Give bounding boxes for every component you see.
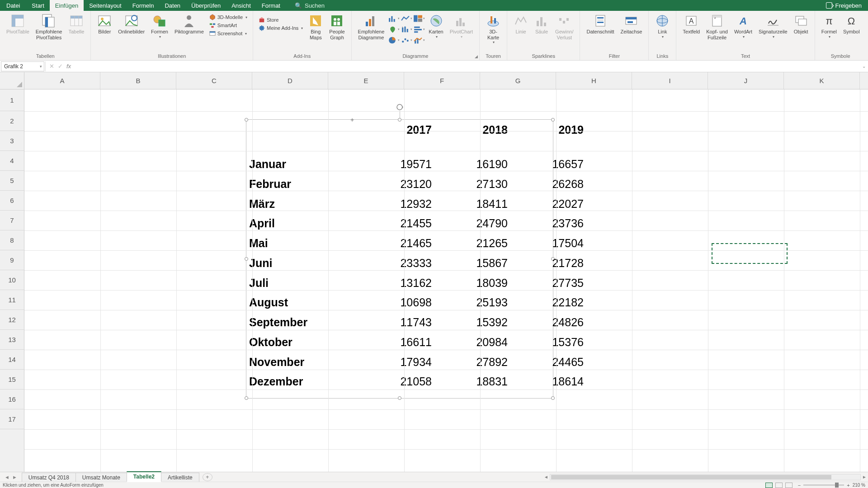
wordart-button[interactable]: AWordArt bbox=[731, 13, 755, 40]
chart-scatter-button[interactable] bbox=[401, 35, 412, 45]
resize-handle-nw[interactable] bbox=[245, 118, 248, 122]
recommended-pivottables-button[interactable]: Empfohlene PivotTables bbox=[33, 13, 65, 41]
chart-column-button[interactable] bbox=[388, 14, 400, 23]
row-header-11[interactable]: 11 bbox=[0, 290, 24, 310]
diagramme-dialog-launcher[interactable]: ◢ bbox=[475, 54, 478, 59]
empfohlene-diagramme-button[interactable]: Empfohlene Diagramme bbox=[355, 13, 387, 41]
select-all-corner[interactable] bbox=[0, 72, 24, 89]
formula-expand-button[interactable]: ⌄ bbox=[860, 64, 868, 69]
menu-start[interactable]: Start bbox=[26, 0, 49, 11]
menu-seitenlayout[interactable]: Seitenlayout bbox=[84, 0, 127, 11]
chart-map-button[interactable] bbox=[388, 24, 400, 34]
row-header-15[interactable]: 15 bbox=[0, 370, 24, 389]
column-header-H[interactable]: H bbox=[556, 72, 632, 89]
resize-handle-se[interactable] bbox=[551, 396, 555, 400]
datenschnitt-button[interactable]: Datenschnitt bbox=[584, 13, 617, 36]
column-header-A[interactable]: A bbox=[24, 72, 100, 89]
column-header-E[interactable]: E bbox=[328, 72, 404, 89]
zoom-slider-thumb[interactable] bbox=[835, 483, 839, 488]
column-header-K[interactable]: K bbox=[784, 72, 860, 89]
horizontal-scrollbar[interactable]: ◄ ► bbox=[542, 474, 868, 480]
column-header-F[interactable]: F bbox=[404, 72, 480, 89]
textfeld-button[interactable]: ATextfeld bbox=[680, 13, 703, 36]
formula-input[interactable] bbox=[75, 61, 860, 71]
resize-handle-n[interactable] bbox=[398, 118, 401, 122]
sheet-tab[interactable]: Artikelliste bbox=[161, 473, 199, 482]
menu-daten[interactable]: Daten bbox=[159, 0, 186, 11]
menu-ueberpruefen[interactable]: Überprüfen bbox=[186, 0, 226, 11]
zoom-out-button[interactable]: − bbox=[798, 483, 801, 488]
row-header-4[interactable]: 4 bbox=[0, 151, 24, 171]
row-header-16[interactable]: 16 bbox=[0, 389, 24, 409]
view-pagebreak-button[interactable] bbox=[785, 483, 793, 488]
row-headers[interactable]: 1234567891011121314151617 bbox=[0, 89, 24, 472]
sheet-nav-prev[interactable]: ◄ bbox=[5, 474, 9, 480]
view-pagelayout-button[interactable] bbox=[775, 483, 783, 488]
formel-button[interactable]: πFormel bbox=[819, 13, 840, 40]
sheet-tab[interactable]: Umsatz Monate bbox=[75, 473, 127, 482]
column-header-J[interactable]: J bbox=[708, 72, 784, 89]
row-header-1[interactable]: 1 bbox=[0, 89, 24, 111]
bingmaps-button[interactable]: Bing Maps bbox=[306, 13, 326, 41]
row-header-2[interactable]: 2 bbox=[0, 111, 24, 131]
name-box[interactable]: Grafik 2 bbox=[1, 61, 44, 71]
row-header-14[interactable]: 14 bbox=[0, 350, 24, 370]
karten-button[interactable]: Karten bbox=[426, 13, 446, 40]
add-sheet-button[interactable]: + bbox=[203, 473, 212, 481]
row-header-13[interactable]: 13 bbox=[0, 330, 24, 350]
bilder-button[interactable]: Bilder bbox=[94, 13, 114, 36]
hscroll-left[interactable]: ◄ bbox=[542, 474, 550, 479]
piktogramme-button[interactable]: Piktogramme bbox=[172, 13, 207, 36]
hscroll-thumb[interactable] bbox=[551, 475, 831, 479]
row-header-17[interactable]: 17 bbox=[0, 409, 24, 429]
row-header-10[interactable]: 10 bbox=[0, 270, 24, 290]
hscroll-track[interactable] bbox=[550, 474, 861, 480]
chart-bar-button[interactable] bbox=[413, 24, 425, 34]
symbol-button[interactable]: ΩSymbol bbox=[840, 13, 863, 36]
column-header-C[interactable]: C bbox=[176, 72, 252, 89]
myaddins-button[interactable]: Meine Add-Ins bbox=[257, 24, 305, 32]
hscroll-right[interactable]: ► bbox=[861, 474, 868, 479]
menu-ansicht[interactable]: Ansicht bbox=[226, 0, 256, 11]
chart-pie-button[interactable] bbox=[388, 35, 400, 45]
3dkarte-button[interactable]: 3D- Karte bbox=[483, 13, 503, 45]
share-button[interactable]: Freigeben bbox=[826, 2, 862, 9]
3dmodelle-button[interactable]: 3D-Modelle bbox=[208, 14, 249, 21]
screenshot-button[interactable]: Screenshot bbox=[208, 30, 249, 37]
store-button[interactable]: Store bbox=[257, 16, 305, 23]
row-header-8[interactable]: 8 bbox=[0, 230, 24, 250]
zoom-in-button[interactable]: + bbox=[847, 483, 849, 488]
peoplegraph-button[interactable]: People Graph bbox=[326, 13, 347, 41]
sheet-tab[interactable]: Tabelle2 bbox=[127, 471, 161, 482]
graphic-object[interactable]: + 201720182019Januar195711619016657Febru… bbox=[246, 119, 553, 399]
chart-line-button[interactable] bbox=[401, 14, 412, 23]
menu-einfuegen[interactable]: Einfügen bbox=[50, 0, 84, 11]
chart-statistic-button[interactable] bbox=[401, 24, 412, 34]
menu-formeln[interactable]: Formeln bbox=[127, 0, 160, 11]
formen-button[interactable]: Formen bbox=[148, 13, 171, 40]
sheet-tab[interactable]: Umsatz Q4 2018 bbox=[22, 473, 76, 482]
signaturzeile-button[interactable]: Signaturzeile bbox=[756, 13, 790, 40]
row-header-5[interactable]: 5 bbox=[0, 171, 24, 191]
kopfzeile-button[interactable]: #Kopf- und Fußzeile bbox=[703, 13, 731, 41]
zoom-slider[interactable] bbox=[803, 484, 844, 486]
chart-combo-button[interactable] bbox=[413, 35, 425, 45]
link-button[interactable]: Link bbox=[652, 13, 672, 40]
fx-icon[interactable]: fx bbox=[66, 63, 71, 70]
resize-handle-w[interactable] bbox=[245, 257, 248, 261]
rotation-handle[interactable] bbox=[396, 103, 403, 111]
resize-handle-sw[interactable] bbox=[245, 396, 248, 400]
onlinebilder-button[interactable]: Onlinebilder bbox=[115, 13, 147, 36]
smartart-button[interactable]: SmartArt bbox=[208, 22, 249, 29]
objekt-button[interactable]: Objekt bbox=[791, 13, 811, 36]
column-header-G[interactable]: G bbox=[480, 72, 556, 89]
column-header-D[interactable]: D bbox=[252, 72, 328, 89]
row-header-6[interactable]: 6 bbox=[0, 191, 24, 211]
chart-hierarchy-button[interactable] bbox=[413, 14, 425, 23]
row-header-9[interactable]: 9 bbox=[0, 250, 24, 270]
resize-handle-ne[interactable] bbox=[551, 118, 555, 122]
menu-file[interactable]: Datei bbox=[0, 0, 26, 11]
spreadsheet-grid[interactable]: ABCDEFGHIJK 1234567891011121314151617 + … bbox=[0, 72, 868, 472]
column-header-B[interactable]: B bbox=[100, 72, 176, 89]
zoom-level[interactable]: 210 % bbox=[853, 483, 865, 488]
